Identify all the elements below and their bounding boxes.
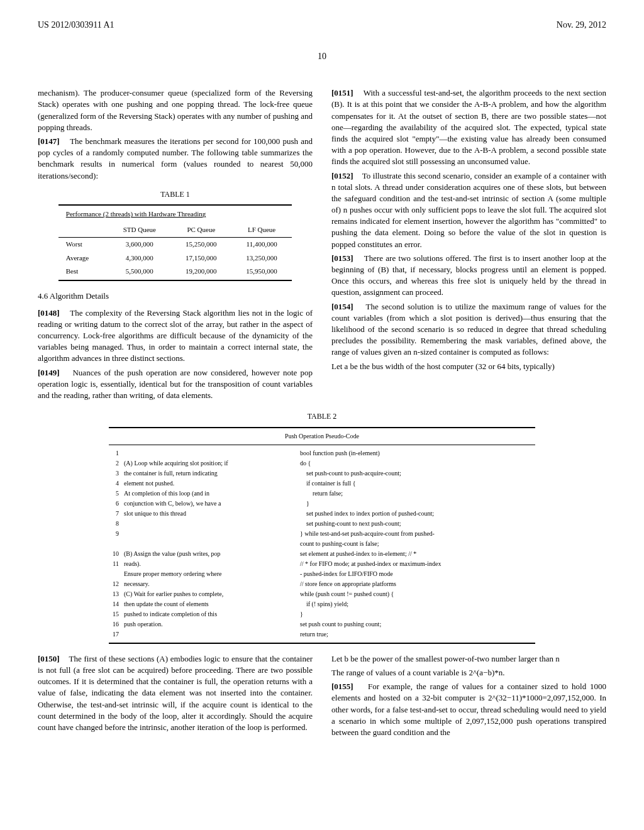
paragraph-text: mechanism). The producer-consumer queue … xyxy=(38,87,313,133)
line-number: 8 xyxy=(109,519,121,529)
description-cell: (B) Assign the value (push writes, pop xyxy=(121,549,297,559)
table-row: 12necessary.// store fence on appropriat… xyxy=(109,579,535,589)
left-column: mechanism). The producer-consumer queue … xyxy=(38,87,313,404)
description-cell xyxy=(121,629,297,643)
table2: Push Operation Pseudo-Code 1bool functio… xyxy=(109,427,535,644)
paragraph-text: [0154] The second solution is to utilize… xyxy=(331,301,606,358)
table-cell: 15,250,000 xyxy=(171,238,231,252)
code-cell: if container is full { xyxy=(297,479,535,489)
line-number: 13 xyxy=(109,589,121,599)
table-cell: 3,600,000 xyxy=(108,238,171,252)
table-row: 2(A) Loop while acquiring slot position;… xyxy=(109,458,535,468)
code-cell: return true; xyxy=(297,629,535,643)
paragraph-text: [0147] The benchmark measures the iterat… xyxy=(38,136,313,182)
line-number: 4 xyxy=(109,479,121,489)
table2-container: TABLE 2 Push Operation Pseudo-Code 1bool… xyxy=(38,411,606,644)
table-row: Worst 3,600,000 15,250,000 11,400,000 xyxy=(58,238,292,252)
main-columns: mechanism). The producer-consumer queue … xyxy=(38,87,606,404)
table-row: Average 4,300,000 17,150,000 13,250,000 xyxy=(58,252,292,265)
table2-subtitle: Push Operation Pseudo-Code xyxy=(109,428,535,445)
right-column: [0151] With a successful test-and-set, t… xyxy=(331,87,606,404)
code-cell: } xyxy=(297,499,535,509)
table-row: 1bool function push (in-element) xyxy=(109,445,535,458)
paragraph-text: The range of values of a count variable … xyxy=(331,667,606,678)
table-cell: Best xyxy=(58,265,108,280)
paragraph-body: The benchmark measures the iterations pe… xyxy=(38,136,313,180)
paragraph-body: For example, the range of values for a c… xyxy=(331,682,606,737)
paragraph-body: The first of these sections (A) embodies… xyxy=(38,654,313,732)
code-cell: set pushed index to index portion of pus… xyxy=(297,509,535,519)
description-cell: Ensure proper memory ordering where xyxy=(121,569,297,579)
code-cell: count to pushing-count is false; xyxy=(297,539,535,549)
paragraph-number: [0155] xyxy=(331,682,353,691)
paragraph-text: [0148] The complexity of the Reversing S… xyxy=(38,307,313,365)
table-row: 15pushed to indicate completion of this} xyxy=(109,609,535,619)
line-number: 17 xyxy=(109,629,121,643)
paragraph-body: There are two solutions offered. The fir… xyxy=(331,253,606,297)
description-cell xyxy=(121,529,297,539)
table-row: 11reads).// * for FIFO mode; at pushed-i… xyxy=(109,559,535,569)
page-number: 10 xyxy=(38,50,606,63)
table-header-row: STD Queue PC Queue LF Queue xyxy=(58,223,292,238)
table-row: 3the container is full, return indicatin… xyxy=(109,468,535,479)
bottom-columns: [0150] The first of these sections (A) e… xyxy=(38,653,606,741)
paragraph-text: [0151] With a successful test-and-set, t… xyxy=(331,87,606,167)
paragraph-text: [0150] The first of these sections (A) e… xyxy=(38,653,313,733)
description-cell: conjunction with C, below), we have a xyxy=(121,499,297,509)
paragraph-number: [0153] xyxy=(331,253,353,263)
paragraph-number: [0151] xyxy=(331,88,353,97)
code-cell: bool function push (in-element) xyxy=(297,445,535,458)
line-number: 6 xyxy=(109,499,121,509)
paragraph-number: [0154] xyxy=(331,302,353,311)
line-number xyxy=(109,569,121,579)
description-cell: then update the count of elements xyxy=(121,599,297,609)
paragraph-number: [0148] xyxy=(38,308,60,318)
paragraph-text: [0155] For example, the range of values … xyxy=(331,681,606,738)
table-cell: 4,300,000 xyxy=(108,252,171,265)
code-cell: } xyxy=(297,609,535,619)
bottom-right-column: Let b be the power of the smallest power… xyxy=(331,653,606,741)
table-cell: 17,150,000 xyxy=(171,252,231,265)
table-row: 8 set pushing-count to next push-count; xyxy=(109,519,535,529)
description-cell: necessary. xyxy=(121,579,297,589)
line-number: 1 xyxy=(109,445,121,458)
paragraph-number: [0152] xyxy=(331,171,353,180)
line-number: 2 xyxy=(109,458,121,468)
table-header: STD Queue xyxy=(108,223,171,238)
line-number: 15 xyxy=(109,609,121,619)
code-cell: do { xyxy=(297,458,535,468)
description-cell xyxy=(121,445,297,458)
paragraph-body: The complexity of the Reversing Stack al… xyxy=(38,308,313,363)
line-number: 12 xyxy=(109,579,121,589)
table-row: 17return true; xyxy=(109,629,535,643)
table1-subtitle: Performance (2 threads) with Hardware Th… xyxy=(58,205,292,223)
code-cell: } while test-and-set push-acquire-count … xyxy=(297,529,535,539)
section-heading: 4.6 Algorithm Details xyxy=(38,290,313,302)
code-cell: - pushed-index for LIFO/FIFO mode xyxy=(297,569,535,579)
description-cell: the container is full, return indicating xyxy=(121,468,297,479)
paragraph-body: Nuances of the push operation are now co… xyxy=(38,368,313,400)
paragraph-body: With a successful test-and-set, the algo… xyxy=(331,88,606,166)
table2-title: TABLE 2 xyxy=(38,411,606,422)
table-header: LF Queue xyxy=(231,223,292,238)
code-cell: set element at pushed-index to in-elemen… xyxy=(297,549,535,559)
paragraph-text: [0153] There are two solutions offered. … xyxy=(331,253,606,299)
table1: Performance (2 threads) with Hardware Th… xyxy=(58,204,292,281)
table-row: 4element not pushed. if container is ful… xyxy=(109,479,535,489)
paragraph-text: Let b be the power of the smallest power… xyxy=(331,653,606,665)
description-cell: (A) Loop while acquiring slot position; … xyxy=(121,458,297,468)
paragraph-number: [0147] xyxy=(38,136,60,146)
code-cell: // * for FIFO mode; at pushed-index or m… xyxy=(297,559,535,569)
code-cell: return false; xyxy=(297,489,535,499)
table-cell: Worst xyxy=(58,238,108,252)
line-number: 14 xyxy=(109,599,121,609)
description-cell: push operation. xyxy=(121,619,297,629)
table-cell: 11,400,000 xyxy=(231,238,292,252)
code-cell: set push-count to push-acquire-count; xyxy=(297,468,535,479)
page-header: US 2012/0303911 A1 Nov. 29, 2012 xyxy=(38,19,606,31)
line-number: 3 xyxy=(109,468,121,479)
table-row: count to pushing-count is false; xyxy=(109,539,535,549)
description-cell: At completion of this loop (and in xyxy=(121,489,297,499)
code-cell: set pushing-count to next push-count; xyxy=(297,519,535,529)
paragraph-text: Let a be the bus width of the host compu… xyxy=(331,361,606,372)
